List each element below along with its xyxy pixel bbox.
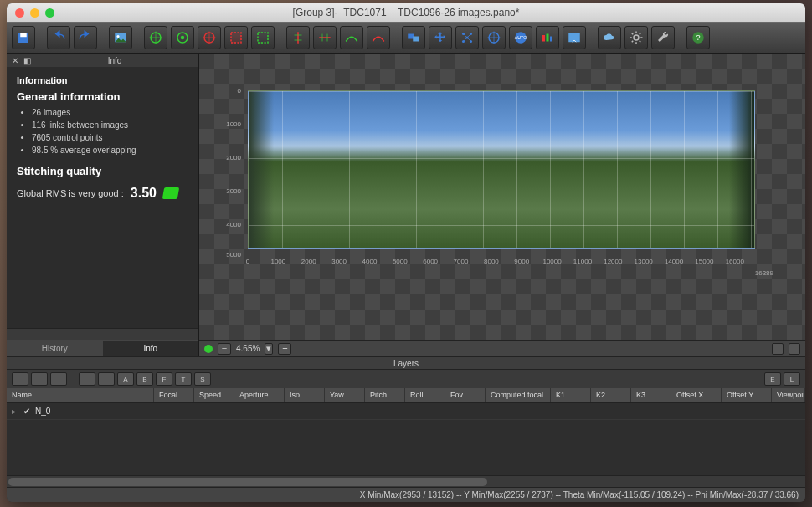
layer-tool-icon[interactable] (79, 372, 95, 386)
col-k2[interactable]: K2 (591, 388, 631, 402)
svg-text:AUTO: AUTO (515, 35, 527, 40)
panorama-image[interactable] (248, 90, 755, 249)
layers-table-header: Name Focal Speed Aperture Iso Yaw Pitch … (7, 388, 805, 403)
panorama-canvas[interactable]: 0 1000 2000 3000 4000 5000 0 1000 2000 3… (199, 54, 805, 340)
svg-rect-13 (258, 33, 268, 43)
selection-red-icon[interactable] (224, 26, 248, 49)
svg-point-8 (181, 36, 185, 40)
info-bullet: 98.5 % average overlapping (32, 144, 188, 156)
layer-letter-a[interactable]: A (117, 372, 134, 386)
col-offset-y[interactable]: Offset Y (722, 388, 772, 402)
grid-toggle-icon[interactable] (772, 343, 784, 355)
layer-tool-icon[interactable] (50, 372, 67, 386)
image-icon[interactable] (109, 26, 132, 49)
zoom-in-button[interactable]: + (278, 343, 291, 355)
zoom-stepper-icon[interactable]: ▾ (265, 343, 273, 355)
layer-right-e[interactable]: E (764, 372, 781, 386)
layer-tool-icon[interactable] (12, 372, 28, 386)
zoom-out-button[interactable]: − (218, 343, 231, 355)
panel-titlebar: ✕ ◧ Info (7, 54, 198, 67)
svg-text:?: ? (696, 33, 700, 42)
col-k3[interactable]: K3 (631, 388, 671, 402)
svg-rect-1 (20, 33, 27, 38)
ruler-x: 0 1000 2000 3000 4000 5000 6000 7000 800… (248, 258, 755, 269)
col-focal[interactable]: Focal (154, 388, 194, 402)
preview-area: 0 1000 2000 3000 4000 5000 0 1000 2000 3… (199, 54, 805, 356)
save-icon[interactable] (12, 26, 35, 49)
target-green-icon[interactable] (144, 26, 167, 49)
info-bullet: 116 links between images (32, 119, 188, 131)
layers-table-body: ▸ ✔ N_0 (7, 403, 805, 475)
col-computed-focal[interactable]: Computed focal (486, 388, 551, 402)
wrench-icon[interactable] (651, 26, 675, 49)
row-name: N_0 (30, 407, 56, 416)
layer-letter-t[interactable]: T (175, 372, 192, 386)
svg-rect-37 (547, 34, 549, 42)
curve-green-icon[interactable] (340, 26, 363, 49)
svg-rect-21 (413, 37, 419, 42)
svg-rect-12 (231, 33, 241, 43)
minimize-window-button[interactable] (30, 8, 39, 18)
col-pitch[interactable]: Pitch (365, 388, 405, 402)
undo-icon[interactable] (47, 26, 70, 49)
panel-scrollbar[interactable] (7, 328, 198, 340)
row-checkbox[interactable]: ✔ (18, 407, 30, 416)
info-section-title: Information (17, 75, 188, 85)
tab-info[interactable]: Info (103, 341, 199, 356)
layer-letter-f[interactable]: F (156, 372, 172, 386)
zoom-window-button[interactable] (45, 8, 54, 18)
layers-h-scrollbar[interactable] (7, 475, 805, 487)
col-iso[interactable]: Iso (285, 388, 325, 402)
palette-icon[interactable] (536, 26, 559, 49)
selection-green-icon[interactable] (251, 26, 275, 49)
main-toolbar: AUTO ? (7, 22, 805, 54)
target-green2-icon[interactable] (171, 26, 194, 49)
redo-icon[interactable] (74, 26, 97, 49)
align-horiz-icon[interactable] (313, 26, 337, 49)
rms-label: Global RMS is very good : (17, 188, 124, 198)
layer-tool-icon[interactable] (98, 372, 115, 386)
col-yaw[interactable]: Yaw (325, 388, 365, 402)
app-window: [Group 3]-_TDC1071__TDC1096-26 images.pa… (7, 3, 805, 502)
layer-letter-b[interactable]: B (136, 372, 153, 386)
export-image-icon[interactable] (563, 26, 586, 49)
view-mode-icon[interactable] (789, 343, 800, 355)
row-expand-icon[interactable]: ▸ (7, 407, 18, 416)
svg-rect-39 (568, 33, 580, 43)
cloud-icon[interactable] (598, 26, 621, 49)
gear-icon[interactable] (624, 26, 648, 49)
crosshair-blue-icon[interactable] (482, 26, 506, 49)
close-window-button[interactable] (15, 8, 24, 18)
align-vert-icon[interactable] (286, 26, 310, 49)
network-icon[interactable] (455, 26, 479, 49)
col-speed[interactable]: Speed (194, 388, 234, 402)
zoom-value: 4.65% (236, 344, 260, 353)
target-red-icon[interactable] (198, 26, 221, 49)
col-fov[interactable]: Fov (445, 388, 486, 402)
col-roll[interactable]: Roll (405, 388, 445, 402)
curve-red-icon[interactable] (367, 26, 390, 49)
col-k1[interactable]: K1 (551, 388, 591, 402)
col-offset-x[interactable]: Offset X (671, 388, 722, 402)
move-icon[interactable] (429, 26, 452, 49)
quality-flag-icon (162, 187, 179, 199)
layer-tool-icon[interactable] (31, 372, 48, 386)
titlebar: [Group 3]-_TDC1071__TDC1096-26 images.pa… (7, 3, 805, 22)
layer-letter-s[interactable]: S (194, 372, 211, 386)
screens-icon[interactable] (402, 26, 425, 49)
tab-history[interactable]: History (7, 341, 103, 356)
panel-close-icon[interactable]: ✕ (12, 56, 18, 65)
col-aperture[interactable]: Aperture (234, 388, 285, 402)
stitching-quality-heading: Stitching quality (17, 165, 188, 177)
panorama-grid-overlay (249, 91, 754, 248)
help-icon[interactable]: ? (686, 26, 710, 49)
panel-popout-icon[interactable]: ◧ (23, 56, 31, 65)
auto-icon[interactable]: AUTO (509, 26, 532, 49)
table-row[interactable]: ▸ ✔ N_0 (7, 403, 805, 420)
panel-title: Info (36, 56, 193, 65)
layer-right-l[interactable]: L (784, 372, 800, 386)
svg-point-3 (117, 35, 120, 38)
col-name[interactable]: Name (7, 388, 154, 402)
panel-bottom-tabs: History Info (7, 340, 198, 356)
col-viewpoint[interactable]: Viewpoint c (772, 388, 805, 402)
